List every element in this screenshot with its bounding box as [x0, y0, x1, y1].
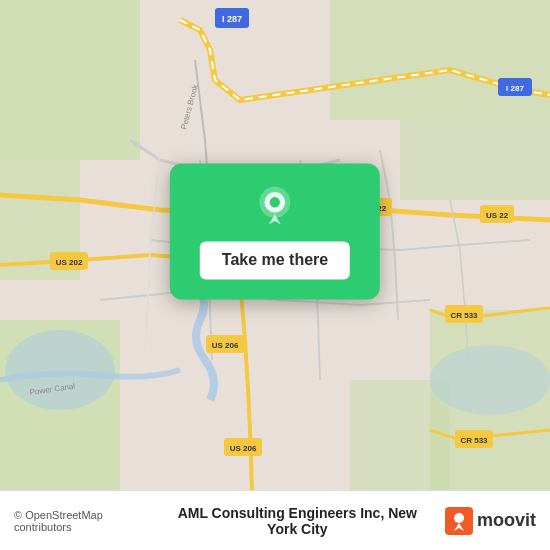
- svg-text:US 22: US 22: [486, 211, 509, 220]
- moovit-text: moovit: [477, 510, 536, 531]
- svg-point-35: [454, 513, 464, 523]
- svg-text:US 206: US 206: [230, 444, 257, 453]
- svg-rect-3: [330, 0, 550, 120]
- osm-credit: © OpenStreetMap contributors: [14, 509, 150, 533]
- svg-text:CR 533: CR 533: [450, 311, 478, 320]
- map-container: I 287 US 22 US 22 I 287 US 202 US 206 US…: [0, 0, 550, 490]
- svg-point-9: [430, 345, 550, 415]
- location-pin-icon: [251, 183, 299, 231]
- svg-point-33: [270, 197, 280, 207]
- svg-rect-4: [400, 120, 550, 200]
- svg-text:I 287: I 287: [222, 14, 242, 24]
- svg-rect-7: [350, 380, 450, 490]
- svg-text:I 287: I 287: [506, 84, 524, 93]
- bottom-bar: © OpenStreetMap contributors AML Consult…: [0, 490, 550, 550]
- svg-text:US 206: US 206: [212, 341, 239, 350]
- svg-text:CR 533: CR 533: [460, 436, 488, 445]
- svg-rect-1: [0, 0, 140, 160]
- svg-text:US 202: US 202: [56, 258, 83, 267]
- location-name: AML Consulting Engineers Inc, New York C…: [162, 505, 433, 537]
- take-me-there-button[interactable]: Take me there: [200, 241, 350, 279]
- moovit-logo: moovit: [445, 507, 536, 535]
- svg-point-8: [5, 330, 115, 410]
- moovit-icon: [445, 507, 473, 535]
- location-card: Take me there: [170, 163, 380, 299]
